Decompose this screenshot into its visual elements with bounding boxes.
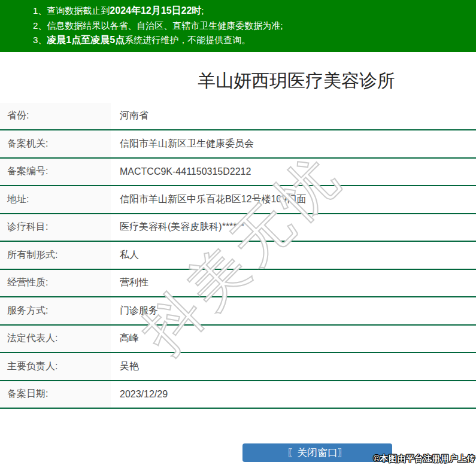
row-value: 2023/12/29	[111, 381, 476, 408]
upload-credit-stamp: ©本图由平台注册用户上传	[374, 454, 475, 464]
row-label: 地址:	[0, 186, 111, 213]
clinic-title: 羊山妍西玥医疗美容诊所	[0, 69, 476, 93]
row-value: 高峰	[111, 326, 476, 352]
notice-line: 2、信息数据结果以各省、自治区、直辖市卫生健康委数据为准;	[33, 19, 476, 34]
notice-line-bold-text: 2024年12月15日22时	[110, 5, 201, 16]
close-window-button[interactable]: 〖关闭窗口〗	[242, 443, 392, 462]
notice-line-number: 2、	[33, 20, 47, 31]
table-row: 诊疗科目: 医疗美容科(美容皮肤科)******	[0, 214, 476, 242]
record-table: 省份: 河南省 备案机关: 信阳市羊山新区卫生健康委员会 备案编号: MACTC…	[0, 103, 476, 409]
row-label: 服务方式:	[0, 297, 111, 324]
record-content: 羊山妍西玥医疗美容诊所 省份: 河南省 备案机关: 信阳市羊山新区卫生健康委员会…	[0, 69, 476, 409]
row-value: 信阳市羊山新区卫生健康委员会	[111, 130, 476, 157]
row-value: 门诊服务	[111, 297, 476, 324]
row-label: 备案编号:	[0, 159, 111, 186]
row-value: MACTCC9K-441150315D2212	[111, 159, 476, 186]
row-label: 备案机关:	[0, 130, 111, 157]
notice-line-number: 3、	[33, 35, 47, 45]
table-row: 备案日期: 2023/12/29	[0, 381, 476, 409]
table-row: 法定代表人: 高峰	[0, 326, 476, 354]
table-row: 备案编号: MACTCC9K-441150315D2212	[0, 159, 476, 187]
table-row: 地址: 信阳市羊山新区中乐百花B区12号楼109门面	[0, 186, 476, 214]
notice-line-number: 1、	[33, 5, 47, 16]
notice-line-text-after: ;	[201, 5, 204, 16]
notice-line-text: 信息数据结果以各省、自治区、直辖市卫生健康委数据为准;	[47, 20, 283, 31]
table-row: 所有制形式: 私人	[0, 242, 476, 270]
row-label: 经营性质:	[0, 270, 111, 297]
row-label: 备案日期:	[0, 381, 111, 408]
notice-banner: 1、查询数据截止到2024年12月15日22时; 2、信息数据结果以各省、自治区…	[0, 0, 476, 52]
notice-line-text: 查询数据截止到	[47, 5, 110, 16]
row-label: 主要负责人:	[0, 353, 111, 380]
row-value: 信阳市羊山新区中乐百花B区12号楼109门面	[111, 186, 476, 213]
notice-line: 1、查询数据截止到2024年12月15日22时;	[33, 4, 476, 19]
notice-line: 3、凌晨1点至凌晨5点系统进行维护，不能提供查询。	[33, 33, 476, 48]
row-value: 私人	[111, 242, 476, 269]
notice-line-text-after: 系统进行维护，不能提供查询。	[125, 35, 250, 45]
row-value: 河南省	[111, 103, 476, 130]
table-row: 服务方式: 门诊服务	[0, 297, 476, 326]
table-row: 备案机关: 信阳市羊山新区卫生健康委员会	[0, 130, 476, 159]
row-value: 吴艳	[111, 353, 476, 380]
row-label: 所有制形式:	[0, 242, 111, 269]
row-label: 诊疗科目:	[0, 214, 111, 241]
table-row: 主要负责人: 吴艳	[0, 353, 476, 381]
table-row: 省份: 河南省	[0, 103, 476, 131]
row-value: 医疗美容科(美容皮肤科)******	[111, 214, 476, 241]
row-value: 营利性	[111, 270, 476, 297]
table-row: 经营性质: 营利性	[0, 270, 476, 298]
notice-line-bold-text: 凌晨1点至凌晨5点	[47, 35, 125, 45]
row-label: 省份:	[0, 103, 111, 130]
row-label: 法定代表人:	[0, 326, 111, 352]
